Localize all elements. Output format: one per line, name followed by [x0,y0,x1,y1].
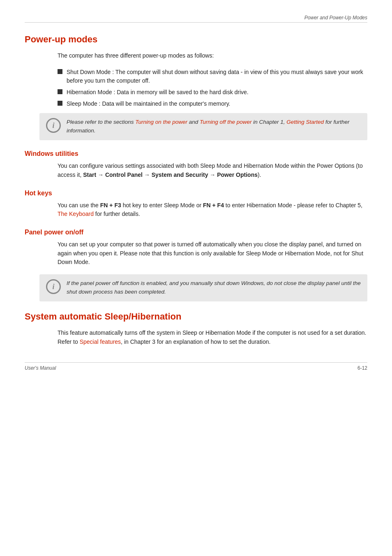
special-features-link[interactable]: Special features [80,338,121,345]
hotkeys-body-before: You can use the [58,202,100,208]
hotkeys-body-mid: hot key to enter Sleep Mode or [121,202,203,208]
section-hot-keys: Hot keys You can use the FN + F3 hot key… [25,190,367,219]
power-up-info-box: i Please refer to the sections Turning o… [39,113,367,140]
hotkeys-body-end: for further details. [94,211,140,217]
list-item: Shut Down Mode : The computer will shut … [58,68,367,86]
getting-started-link[interactable]: Getting Started [286,119,324,125]
info-text-before: Please refer to the sections [67,119,135,125]
power-up-bullet-list: Shut Down Mode : The computer will shut … [58,68,367,109]
page: Power and Power-Up Modes Power-up modes … [0,0,392,381]
page-header: Power and Power-Up Modes [25,15,367,23]
hot-keys-body: You can use the FN + F3 hot key to enter… [58,201,367,219]
bullet-text: Shut Down Mode : The computer will shut … [67,68,367,86]
system-body-end: , in Chapter 3 for an explanation of how… [121,338,270,345]
windows-utilities-title: Windows utilities [25,150,367,158]
turning-on-power-link[interactable]: Turning on the power [135,119,187,125]
list-item: Hibernation Mode : Data in memory will b… [58,88,367,97]
hot-keys-title: Hot keys [25,190,367,197]
info-box-text: Please refer to the sections Turning on … [67,118,361,135]
system-auto-body: This feature automatically turns off the… [58,329,367,346]
info-icon: i [46,118,61,133]
keyboard-link[interactable]: The Keyboard [58,211,94,217]
page-footer: User's Manual 6-12 [25,362,367,371]
panel-power-title: Panel power on/off [25,229,367,236]
hotkeys-body-after: to enter Hibernation Mode - please refer… [224,202,362,208]
panel-info-text: If the panel power off function is enabl… [67,279,361,297]
fn-f3-text: FN + F3 [100,202,121,208]
info-text-between: and [187,119,200,125]
system-auto-title: System automatic Sleep/Hibernation [25,311,367,322]
bullet-icon [58,101,62,106]
windows-utilities-body: You can configure various settings assoc… [58,162,367,179]
turning-off-power-link[interactable]: Turning off the power [200,119,252,125]
fn-f4-text: FN + F4 [203,202,224,208]
info-icon: i [46,279,61,294]
section-panel-power: Panel power on/off You can set up your c… [25,229,367,301]
power-up-intro: The computer has three different power-u… [58,51,367,60]
windows-bold-path: Start → Control Panel → System and Secur… [83,171,258,178]
bullet-icon [58,89,62,94]
section-power-up-modes: Power-up modes The computer has three di… [25,34,367,140]
section-windows-utilities: Windows utilities You can configure vari… [25,150,367,179]
bullet-text: Sleep Mode : Data will be maintained in … [67,100,231,109]
header-text: Power and Power-Up Modes [304,15,367,21]
panel-power-info-box: i If the panel power off function is ena… [39,274,367,301]
list-item: Sleep Mode : Data will be maintained in … [58,100,367,109]
section-system-auto: System automatic Sleep/Hibernation This … [25,311,367,346]
info-text-after: in Chapter 1, [252,119,287,125]
panel-power-body: You can set up your computer so that pow… [58,240,367,267]
footer-page-number: 6-12 [357,365,367,371]
windows-body-end: ). [258,171,261,178]
footer-left-text: User's Manual [25,365,56,371]
bullet-icon [58,69,62,74]
power-up-modes-title: Power-up modes [25,34,367,45]
bullet-text: Hibernation Mode : Data in memory will b… [67,88,249,97]
